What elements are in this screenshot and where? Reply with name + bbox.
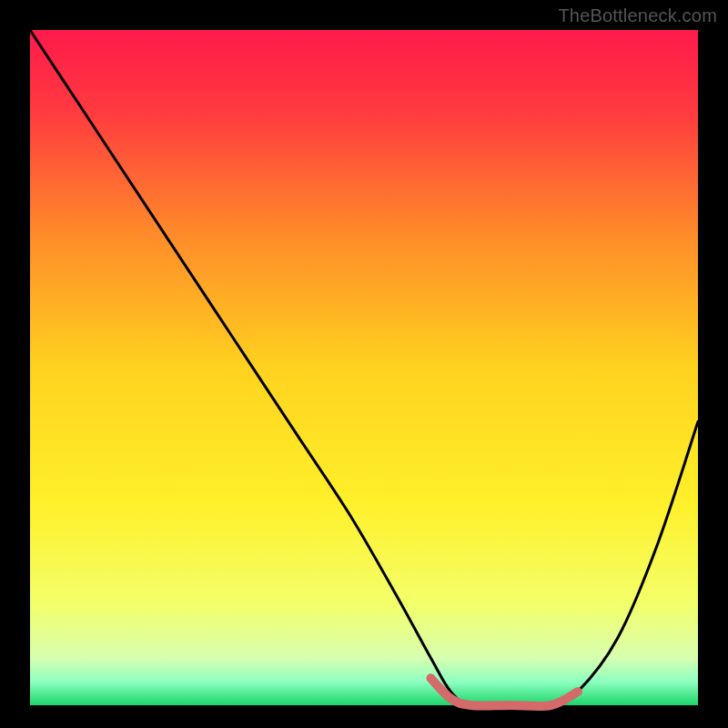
gradient-panel xyxy=(30,30,698,705)
chart-frame: TheBottleneck.com xyxy=(0,0,728,728)
bottleneck-curve-plot xyxy=(0,0,728,728)
